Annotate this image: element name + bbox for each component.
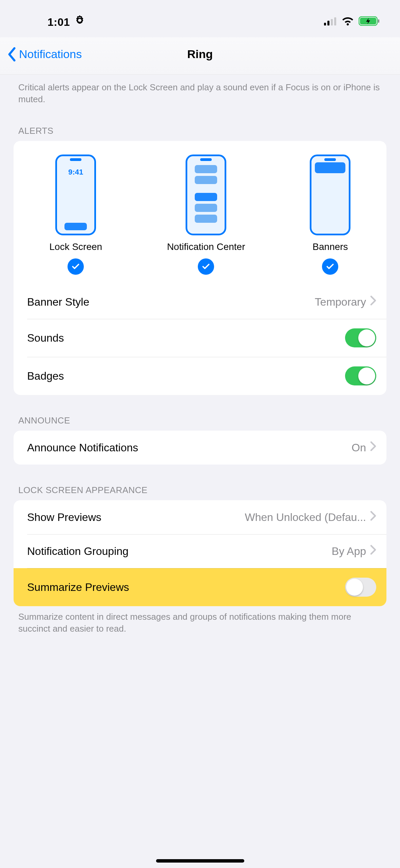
nav-header: Notifications Ring — [0, 37, 400, 75]
status-time: 1:01 — [47, 16, 70, 29]
alert-option-notification-center[interactable]: Notification Center — [167, 155, 245, 275]
svg-rect-7 — [378, 19, 379, 23]
status-right-group — [324, 16, 380, 28]
chevron-right-icon — [370, 295, 376, 308]
sounds-label: Sounds — [27, 332, 64, 344]
show-previews-row[interactable]: Show Previews When Unlocked (Defau... — [14, 500, 386, 534]
checkmark-icon — [198, 258, 214, 275]
summarize-previews-label: Summarize Previews — [27, 581, 129, 594]
summarize-footer: Summarize content in direct messages and… — [0, 606, 400, 635]
badges-row: Badges — [14, 357, 386, 395]
notification-grouping-value-group: By App — [332, 545, 376, 558]
notification-center-preview-icon — [186, 155, 226, 235]
battery-charging-icon — [359, 16, 380, 28]
announce-value-group: On — [351, 441, 376, 454]
checkmark-icon — [68, 258, 84, 275]
badges-label: Badges — [27, 370, 64, 382]
summarize-previews-toggle[interactable] — [345, 578, 376, 597]
announce-value: On — [351, 441, 366, 454]
back-button[interactable]: Notifications — [7, 47, 82, 61]
alert-option-label: Notification Center — [167, 241, 245, 252]
home-indicator[interactable] — [156, 859, 244, 863]
critical-alerts-footer: Critical alerts appear on the Lock Scree… — [0, 75, 400, 105]
status-time-group: 1:01 — [47, 15, 85, 29]
alerts-card: 9:41 Lock Screen Notification Center — [14, 141, 386, 395]
alert-option-lock-screen[interactable]: 9:41 Lock Screen — [50, 155, 102, 275]
badges-toggle[interactable] — [345, 366, 376, 385]
announce-label: Announce Notifications — [27, 441, 138, 454]
banners-preview-icon — [310, 155, 350, 235]
cellular-signal-icon — [324, 16, 337, 28]
alert-style-picker: 9:41 Lock Screen Notification Center — [14, 141, 386, 285]
lock-screen-preview-icon: 9:41 — [55, 155, 96, 235]
svg-rect-1 — [324, 23, 326, 25]
announce-notifications-row[interactable]: Announce Notifications On — [14, 431, 386, 465]
summarize-previews-row: Summarize Previews — [14, 568, 386, 606]
sounds-row: Sounds — [14, 319, 386, 357]
checkmark-icon — [322, 258, 338, 275]
banner-style-row[interactable]: Banner Style Temporary — [14, 285, 386, 319]
chevron-right-icon — [370, 441, 376, 454]
status-bar: 1:01 — [0, 0, 400, 37]
notification-grouping-row[interactable]: Notification Grouping By App — [14, 534, 386, 568]
banner-style-value-group: Temporary — [315, 295, 376, 308]
banner-style-label: Banner Style — [27, 296, 89, 308]
chevron-left-icon — [7, 47, 17, 61]
chevron-right-icon — [370, 511, 376, 524]
notification-grouping-label: Notification Grouping — [27, 545, 129, 558]
section-header-alerts: ALERTS — [0, 105, 400, 141]
banner-style-value: Temporary — [315, 296, 366, 308]
alert-option-banners[interactable]: Banners — [310, 155, 350, 275]
show-previews-label: Show Previews — [27, 511, 101, 524]
focus-mode-icon — [74, 15, 85, 29]
show-previews-value-group: When Unlocked (Defau... — [245, 511, 377, 524]
alert-option-label: Lock Screen — [50, 241, 102, 252]
svg-rect-3 — [331, 19, 333, 25]
alert-option-label: Banners — [312, 241, 348, 252]
section-header-lockscreen: LOCK SCREEN APPEARANCE — [0, 465, 400, 500]
show-previews-value: When Unlocked (Defau... — [245, 511, 366, 524]
chevron-right-icon — [370, 545, 376, 558]
wifi-icon — [342, 16, 354, 28]
announce-card: Announce Notifications On — [14, 431, 386, 465]
sounds-toggle[interactable] — [345, 328, 376, 347]
svg-rect-4 — [334, 17, 336, 25]
back-label: Notifications — [19, 48, 82, 61]
lockscreen-card: Show Previews When Unlocked (Defau... No… — [14, 500, 386, 606]
svg-rect-2 — [327, 21, 329, 25]
notification-grouping-value: By App — [332, 545, 366, 558]
section-header-announce: ANNOUNCE — [0, 395, 400, 431]
